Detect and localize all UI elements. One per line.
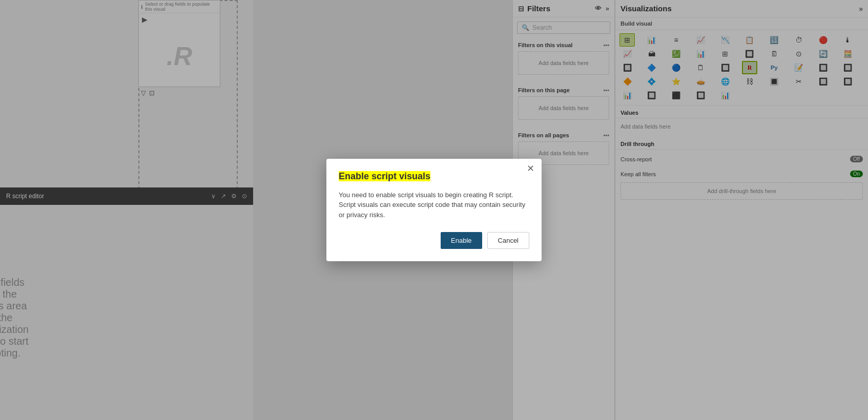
modal-title-highlight: Enable script visuals xyxy=(339,171,430,181)
enable-button[interactable]: Enable xyxy=(441,232,482,249)
cancel-button[interactable]: Cancel xyxy=(487,232,529,249)
modal-footer: Enable Cancel xyxy=(339,232,529,249)
modal-title-text: Enable script visuals xyxy=(339,171,430,181)
modal-close-button[interactable]: ✕ xyxy=(527,164,534,173)
modal-title: Enable script visuals xyxy=(339,171,529,182)
modal-dialog: ✕ Enable script visuals You need to enab… xyxy=(326,159,542,262)
modal-body: You need to enable script visuals to beg… xyxy=(339,190,529,220)
modal-overlay[interactable]: ✕ Enable script visuals You need to enab… xyxy=(0,0,868,420)
